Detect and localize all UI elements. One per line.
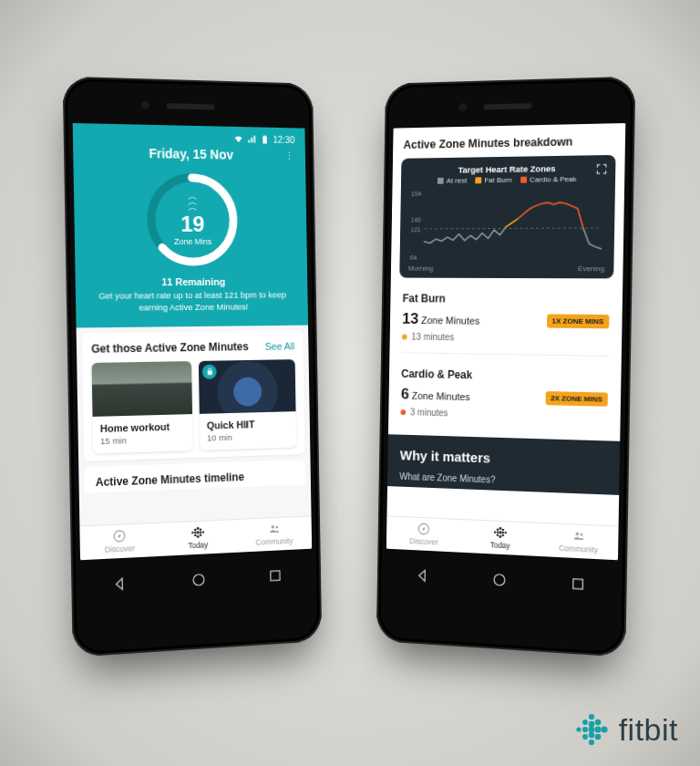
lock-icon	[202, 364, 217, 378]
svg-point-6	[194, 534, 197, 537]
svg-point-15	[275, 526, 278, 529]
svg-point-9	[197, 535, 200, 538]
recents-icon[interactable]	[267, 567, 283, 585]
svg-point-41	[582, 727, 588, 732]
back-icon[interactable]	[416, 567, 431, 585]
svg-point-25	[497, 528, 499, 531]
workout-card-home[interactable]: Home workout 15 min	[92, 361, 193, 454]
dot-icon	[401, 409, 407, 415]
workout-name: Quick HIIT	[207, 418, 290, 430]
chart-foot-right: Evening	[578, 264, 604, 273]
tab-discover[interactable]: Discover	[79, 523, 160, 560]
home-icon[interactable]	[491, 571, 508, 588]
svg-point-12	[200, 533, 202, 536]
svg-point-45	[588, 727, 594, 733]
svg-point-37	[494, 574, 505, 586]
remaining-label: 11 Remaining	[87, 276, 297, 288]
why-sub: What are Zone Minutes?	[399, 471, 606, 489]
tab-today[interactable]: Today	[461, 520, 539, 556]
chevrons-up-icon: ︿︿︿	[188, 193, 197, 210]
svg-point-28	[499, 527, 501, 530]
svg-point-39	[576, 727, 581, 731]
legend-rest: At rest	[447, 177, 467, 185]
zone-progress-ring[interactable]: ︿︿︿ 19 Zone Mins	[143, 170, 242, 269]
svg-point-35	[575, 533, 579, 536]
zone-mins: 13	[402, 310, 418, 327]
tab-label: Community	[559, 543, 598, 554]
zone-name: Fat Burn	[403, 292, 610, 306]
overflow-menu-icon[interactable]: ⋮	[283, 154, 294, 158]
chart-legend: At rest Fat Burn Cardio & Peak	[409, 174, 606, 185]
today-date: Friday, 15 Nov	[97, 145, 283, 163]
fitbit-logo-icon	[573, 711, 610, 748]
phone-mockup-breakdown: Active Zone Minutes breakdown Target Hea…	[376, 77, 636, 657]
svg-point-36	[580, 533, 582, 536]
people-icon	[571, 529, 587, 543]
tip-text: Get your heart rate up to at least 121 b…	[87, 289, 297, 314]
tab-community[interactable]: Community	[539, 523, 619, 560]
suggestions-section: Get those Active Zone Minutes See All Ho…	[82, 330, 305, 461]
screen-today: 12:30 Friday, 15 Nov ⋮ ︿︿︿	[73, 123, 312, 560]
tab-label: Discover	[105, 543, 135, 554]
svg-point-13	[202, 531, 204, 533]
recents-icon[interactable]	[570, 575, 586, 593]
hr-chart-card[interactable]: Target Heart Rate Zones At rest Fat Burn…	[399, 155, 615, 279]
home-icon[interactable]	[190, 571, 207, 588]
people-icon	[266, 523, 282, 536]
svg-text:194: 194	[411, 190, 421, 196]
statusbar-time: 12:30	[273, 135, 294, 145]
battery-icon	[260, 134, 270, 144]
svg-point-4	[194, 529, 197, 532]
see-all-link[interactable]: See All	[265, 340, 295, 351]
svg-rect-17	[270, 571, 279, 581]
svg-point-51	[601, 726, 607, 732]
expand-icon[interactable]	[595, 162, 608, 175]
zone-name: Cardio & Peak	[401, 367, 608, 384]
hr-chart: 64121140194	[408, 187, 606, 263]
workout-card-hiit[interactable]: Quick HIIT 10 min	[199, 359, 296, 450]
svg-point-34	[505, 532, 507, 534]
zone-cardio: Cardio & Peak 6 Zone Minutes 2X ZONE MIN…	[388, 358, 622, 434]
svg-point-50	[594, 734, 601, 740]
workout-thumb	[199, 359, 296, 414]
android-nav-bar	[80, 557, 313, 603]
breakdown-title: Active Zone Minutes breakdown	[393, 123, 625, 159]
zone-badge: 2X ZONE MINS	[545, 391, 608, 407]
legend-fat: Fat Burn	[484, 176, 511, 184]
tab-label: Discover	[409, 536, 438, 546]
svg-point-7	[197, 527, 200, 530]
fitbit-wordmark: fitbit	[619, 712, 678, 748]
svg-point-10	[200, 528, 202, 531]
svg-point-30	[499, 535, 501, 538]
zone-mins-label: Zone Minutes	[421, 315, 479, 326]
signal-icon	[247, 134, 257, 144]
timeline-title: Active Zone Minutes timeline	[84, 460, 305, 493]
android-statusbar: 12:30	[84, 130, 294, 145]
zone-mins: 6	[401, 386, 409, 403]
svg-point-32	[501, 532, 504, 534]
zone-sub: 3 minutes	[410, 407, 448, 418]
chart-title: Target Heart Rate Zones	[410, 162, 607, 175]
tab-discover[interactable]: Discover	[386, 516, 462, 552]
svg-point-43	[589, 714, 594, 719]
tab-community[interactable]: Community	[236, 516, 312, 552]
tab-today[interactable]: Today	[159, 520, 236, 556]
svg-point-29	[499, 531, 501, 533]
phone-mockup-today: 12:30 Friday, 15 Nov ⋮ ︿︿︿	[63, 77, 323, 657]
workout-duration: 10 min	[207, 430, 289, 443]
why-title: Why it matters	[400, 447, 607, 470]
android-nav-bar	[386, 557, 618, 603]
wifi-icon	[233, 134, 243, 144]
fitbit-logo: fitbit	[573, 711, 678, 748]
zone-badge: 1X ZONE MINS	[547, 314, 610, 328]
fitbit-dots-icon	[190, 525, 206, 539]
svg-point-33	[501, 534, 504, 537]
svg-point-46	[588, 732, 594, 739]
svg-rect-38	[572, 579, 582, 589]
why-section: Why it matters What are Zone Minutes?	[387, 434, 620, 495]
zone-mins-label: Zone Minutes	[412, 390, 470, 402]
back-icon[interactable]	[112, 575, 129, 593]
svg-point-16	[193, 574, 204, 586]
svg-point-11	[200, 531, 202, 533]
svg-line-22	[425, 228, 602, 229]
